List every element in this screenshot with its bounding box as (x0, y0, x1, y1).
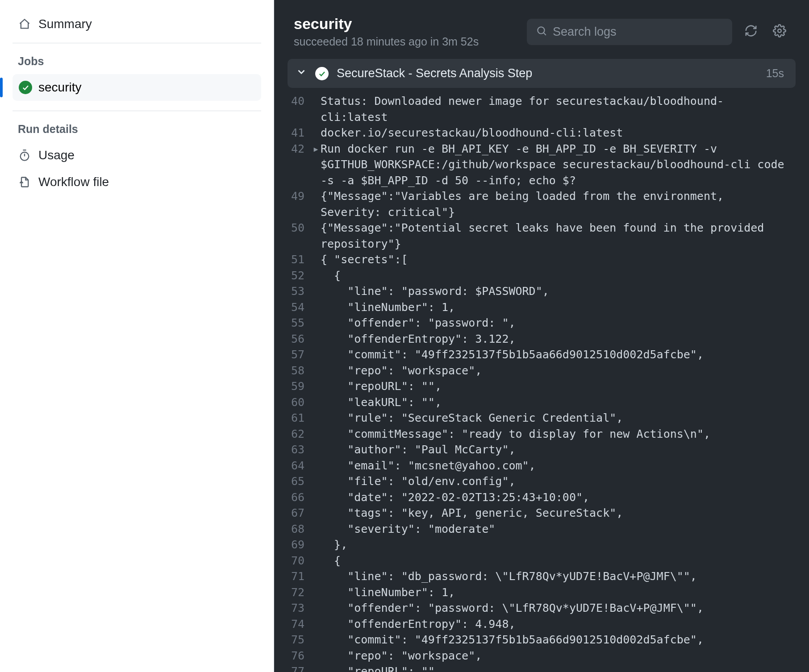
search-logs[interactable] (527, 19, 732, 45)
log-line-text: "lineNumber": 1, (321, 585, 796, 601)
log-line-number: 53 (274, 283, 313, 299)
job-title: security (294, 15, 518, 33)
log-line-number: 71 (274, 568, 313, 585)
log-line: 68 "severity": "moderate" (274, 521, 809, 537)
log-line: 61 "rule": "SecureStack Generic Credenti… (274, 410, 809, 426)
log-line-number: 63 (274, 442, 313, 458)
log-line: 58 "repo": "workspace", (274, 363, 809, 379)
step-header[interactable]: SecureStack - Secrets Analysis Step 15s (288, 59, 796, 88)
log-line-text: "severity": "moderate" (321, 521, 796, 537)
log-line-text: "offenderEntropy": 4.948, (321, 616, 796, 632)
log-line: 55 "offender": "password: ", (274, 315, 809, 331)
log-line-text: "commit": "49ff2325137f5b1b5aa66d9012510… (321, 347, 796, 363)
log-line-number: 49 (274, 188, 313, 204)
log-header: security succeeded 18 minutes ago in 3m … (274, 0, 809, 59)
log-line-text: "commitMessage": "ready to display for n… (321, 426, 796, 442)
sidebar-workflow-file-label: Workflow file (38, 175, 109, 189)
log-line-text: { (321, 268, 796, 284)
log-line-text: "tags": "key, API, generic, SecureStack"… (321, 505, 796, 521)
log-line-text: "line": "db_password: \"LfR78Qv*yUD7E!Ba… (321, 568, 796, 585)
log-line-number: 58 (274, 363, 313, 379)
log-line: 52 { (274, 268, 809, 284)
log-line-number: 65 (274, 473, 313, 489)
log-line-number: 70 (274, 553, 313, 569)
log-line: 53 "line": "password: $PASSWORD", (274, 283, 809, 299)
log-line: 70 { (274, 553, 809, 569)
home-icon (18, 17, 31, 31)
stopwatch-icon (18, 149, 31, 162)
log-line-text: "repo": "workspace", (321, 363, 796, 379)
log-line: 50{"Message":"Potential secret leaks hav… (274, 220, 809, 252)
log-line: 60 "leakURL": "", (274, 394, 809, 411)
job-status-line: succeeded 18 minutes ago in 3m 52s (294, 35, 518, 48)
log-line: 57 "commit": "49ff2325137f5b1b5aa66d9012… (274, 347, 809, 363)
log-line-text: docker.io/securestackau/bloodhound-cli:l… (321, 125, 796, 141)
log-line-text: "date": "2022-02-02T13:25:43+10:00", (321, 489, 796, 506)
log-line-number: 61 (274, 410, 313, 426)
log-line-number: 67 (274, 505, 313, 521)
log-line-number: 42 (274, 141, 313, 157)
log-line-number: 54 (274, 299, 313, 315)
log-line-number: 76 (274, 648, 313, 664)
check-circle-icon (315, 67, 329, 80)
log-line-number: 56 (274, 331, 313, 347)
log-line-text: "offenderEntropy": 3.122, (321, 331, 796, 347)
log-line: 65 "file": "old/env.config", (274, 473, 809, 489)
log-line: 76 "repo": "workspace", (274, 648, 809, 664)
sidebar-workflow-file[interactable]: Workflow file (13, 169, 261, 195)
log-line: 41docker.io/securestackau/bloodhound-cli… (274, 125, 809, 141)
log-line: 51{ "secrets":[ (274, 252, 809, 268)
log-line-number: 73 (274, 600, 313, 616)
log-line-number: 62 (274, 426, 313, 442)
check-circle-icon (19, 81, 32, 94)
search-logs-input[interactable] (553, 25, 723, 39)
log-line: 54 "lineNumber": 1, (274, 299, 809, 315)
log-line-text: "repoURL": "" (321, 664, 796, 672)
log-line-text: "repo": "workspace", (321, 648, 796, 664)
refresh-button[interactable] (741, 22, 761, 41)
log-line-text: "lineNumber": 1, (321, 299, 796, 315)
log-line-number: 59 (274, 378, 313, 394)
log-output[interactable]: 40Status: Downloaded newer image for sec… (274, 88, 809, 672)
settings-button[interactable] (770, 22, 789, 41)
sidebar-job-security[interactable]: security (13, 74, 261, 101)
log-line: 72 "lineNumber": 1, (274, 585, 809, 601)
log-line: 71 "line": "db_password: \"LfR78Qv*yUD7E… (274, 568, 809, 585)
log-line: 74 "offenderEntropy": 4.948, (274, 616, 809, 632)
run-details-heading: Run details (13, 123, 261, 142)
sidebar-summary[interactable]: Summary (13, 11, 261, 37)
caret-right-icon: ▸ (313, 141, 321, 157)
log-panel: security succeeded 18 minutes ago in 3m … (274, 0, 809, 672)
log-line-number: 77 (274, 664, 313, 672)
search-icon (536, 25, 547, 38)
log-line-number: 75 (274, 632, 313, 648)
log-line-text: Status: Downloaded newer image for secur… (321, 93, 796, 125)
sidebar-usage[interactable]: Usage (13, 142, 261, 169)
jobs-heading: Jobs (13, 55, 261, 74)
log-line-number: 69 (274, 537, 313, 553)
log-line-number: 40 (274, 93, 313, 109)
divider (13, 43, 261, 43)
log-line-text: "commit": "49ff2325137f5b1b5aa66d9012510… (321, 632, 796, 648)
log-line-text: { "secrets":[ (321, 252, 796, 268)
log-line-text: "file": "old/env.config", (321, 473, 796, 489)
step-duration: 15s (766, 67, 784, 80)
log-line-number: 66 (274, 489, 313, 506)
log-line-number: 60 (274, 394, 313, 411)
refresh-icon (744, 24, 758, 39)
log-line-text: "rule": "SecureStack Generic Credential"… (321, 410, 796, 426)
log-line-text: {"Message":"Potential secret leaks have … (321, 220, 796, 252)
log-line-number: 51 (274, 252, 313, 268)
sidebar-usage-label: Usage (38, 148, 75, 162)
step-title: SecureStack - Secrets Analysis Step (337, 66, 758, 80)
log-line-number: 74 (274, 616, 313, 632)
log-line-number: 68 (274, 521, 313, 537)
log-line-text: }, (321, 537, 796, 553)
log-line: 49{"Message":"Variables are being loaded… (274, 188, 809, 220)
log-line: 73 "offender": "password: \"LfR78Qv*yUD7… (274, 600, 809, 616)
svg-line-2 (543, 33, 546, 35)
log-line-number: 52 (274, 268, 313, 284)
log-line-text: "line": "password: $PASSWORD", (321, 283, 796, 299)
log-line-text: Run docker run -e BH_API_KEY -e BH_APP_I… (321, 141, 796, 189)
log-line: 66 "date": "2022-02-02T13:25:43+10:00", (274, 489, 809, 506)
